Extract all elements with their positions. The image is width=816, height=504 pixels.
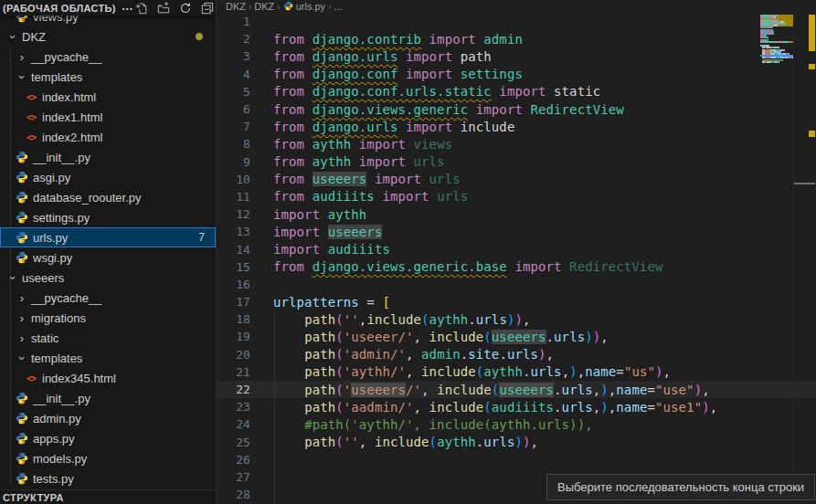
tree-item-index2-html[interactable]: <>index2.html (0, 127, 216, 147)
html-file-icon: <> (24, 132, 38, 142)
tree-item-templates[interactable]: ›templates (0, 67, 216, 87)
tree-item-wsgi-py[interactable]: wsgi.py (0, 247, 216, 268)
tree-item-migrations[interactable]: ›migrations (0, 308, 216, 328)
code-editor[interactable]: 12from django.contrib import admin3from … (217, 13, 816, 504)
code-token: path (304, 383, 335, 397)
refresh-icon[interactable] (177, 1, 194, 16)
tree-item-tests-py[interactable]: tests.py (0, 468, 216, 488)
code-line-15[interactable]: 15from django.views.generic.base import … (217, 258, 816, 276)
code-token: useeers (313, 172, 367, 186)
new-file-icon[interactable] (133, 1, 150, 16)
code-line-content: from django.conf.urls.static import stat… (259, 84, 600, 99)
code-token: import (366, 172, 429, 186)
tree-item--pycache-[interactable]: ›__pycache__ (0, 47, 216, 67)
code-line-12[interactable]: 12import aythh (217, 205, 816, 223)
outline-section-header[interactable]: СТРУКТУРА (0, 489, 216, 504)
code-token: from (273, 32, 313, 47)
code-token: import (273, 242, 328, 257)
code-token: ) (600, 400, 609, 415)
chevron-right-icon: › (15, 291, 29, 305)
code-line-2[interactable]: 2from django.contrib import admin (217, 30, 816, 47)
code-token: "us" (624, 364, 655, 379)
tree-item-label: urls.py (33, 231, 68, 245)
code-line-24[interactable]: 24 #path('aythh/', include(aythh.urls)), (217, 415, 816, 433)
chevron-right-icon: › (15, 311, 29, 325)
tree-item-models-py[interactable]: models.py (0, 448, 216, 468)
code-line-26[interactable]: 26 (217, 451, 816, 468)
code-token: admin (421, 347, 461, 362)
code-line-10[interactable]: 10from useeers import urls (217, 171, 816, 188)
code-token: ( (483, 400, 492, 415)
tree-item-useeers[interactable]: ›useeers (0, 268, 216, 288)
tree-item-index1-html[interactable]: <>index1.html (0, 107, 216, 127)
tree-item-settings-py[interactable]: settings.py (0, 207, 216, 227)
code-line-18[interactable]: 18 path('',include(aythh.urls)), (217, 310, 816, 328)
breadcrumb-item[interactable]: urls.py (283, 1, 325, 13)
code-token: , (578, 364, 586, 379)
code-line-9[interactable]: 9from aythh import urls (217, 153, 816, 171)
code-line-14[interactable]: 14import audiiits (217, 240, 816, 257)
breadcrumb-item[interactable]: DKZ (254, 1, 274, 12)
more-actions-icon[interactable]: … (122, 0, 133, 13)
tree-item-index-html[interactable]: <>index.html (0, 87, 216, 107)
tree-item-admin-py[interactable]: admin.py (0, 408, 216, 428)
scrollbar-overview-ruler[interactable] (794, 0, 816, 504)
tree-item-index345-html[interactable]: <>index345.html (0, 368, 216, 388)
code-token: path (304, 312, 335, 327)
code-token: ( (335, 312, 344, 327)
code-token: django.views.generic.base (313, 259, 507, 274)
code-token: urls (562, 383, 593, 397)
code-line-17[interactable]: 17urlpatterns = [ (217, 293, 816, 310)
line-number: 20 (217, 348, 259, 362)
breadcrumb-label: urls.py (296, 1, 325, 12)
code-line-7[interactable]: 7from django.urls import include (217, 118, 816, 135)
code-line-22[interactable]: 22 path('useeers/', include(useeers.urls… (217, 381, 816, 398)
code-token: views (414, 137, 453, 152)
code-token: urls (507, 347, 538, 362)
tree-item-label: templates (31, 352, 82, 365)
tree-item-dkz[interactable]: ›DKZ (0, 26, 216, 47)
tree-item-static[interactable]: ›static (0, 328, 216, 348)
code-line-13[interactable]: 13import useeers (217, 223, 816, 240)
code-token: ( (335, 330, 344, 344)
breadcrumb-item[interactable]: DKZ (226, 1, 246, 12)
tree-item-asgi-py[interactable]: asgi.py (0, 167, 216, 187)
code-line-11[interactable]: 11from audiiits import urls (217, 188, 816, 205)
breadcrumb-item[interactable]: ... (334, 1, 342, 12)
code-token: , (546, 347, 555, 362)
tree-item--init-py[interactable]: __init__.py (0, 388, 216, 408)
code-line-23[interactable]: 23 path('aadmin/', include(audiiits.urls… (217, 398, 816, 415)
minimap[interactable] (760, 13, 793, 122)
code-line-4[interactable]: 4from django.conf import settings (217, 66, 816, 83)
eol-tooltip-text: Выберите последовательность конца строки (557, 480, 804, 494)
tree-item-apps-py[interactable]: apps.py (0, 428, 216, 448)
new-folder-icon[interactable] (155, 1, 172, 16)
code-line-21[interactable]: 21 path('aythh/', include(aythh.urls,),n… (217, 363, 816, 381)
code-token: path (304, 400, 335, 415)
code-line-1[interactable]: 1 (217, 13, 816, 30)
tree-item-urls-py[interactable]: urls.py7 (0, 227, 216, 247)
breadcrumb-separator: › (277, 2, 280, 12)
tree-item-database-roouter-py[interactable]: database_roouter.py (0, 187, 216, 207)
code-line-20[interactable]: 20 path('admin/', admin.site.urls), (217, 346, 816, 363)
code-line-8[interactable]: 8from aythh import views (217, 135, 816, 152)
code-line-16[interactable]: 16 (217, 276, 816, 293)
code-line-content: from django.urls import include (259, 120, 514, 134)
code-line-25[interactable]: 25 path('', include(aythh.urls)), (217, 434, 816, 451)
tree-item-templates[interactable]: ›templates (0, 348, 216, 368)
code-line-3[interactable]: 3from django.urls import path (217, 47, 816, 65)
code-token: from (273, 189, 313, 204)
tree-item--init-py[interactable]: __init__.py (0, 147, 216, 167)
minimap-line (760, 61, 779, 63)
code-line-5[interactable]: 5from django.conf.urls.static import sta… (217, 83, 816, 100)
code-line-content: from django.urls import path (259, 49, 492, 64)
collapse-all-icon[interactable] (199, 1, 216, 16)
tree-item--pycache-[interactable]: ›__pycache__ (0, 288, 216, 308)
line-number: 16 (217, 278, 259, 291)
code-token: , (406, 347, 421, 362)
code-line-content: import audiiits (259, 242, 390, 257)
code-line-19[interactable]: 19 path('useeer/', include(useeers.urls)… (217, 328, 816, 345)
code-token: 'aadmin/' (344, 400, 414, 415)
code-line-6[interactable]: 6from django.views.generic import Redire… (217, 100, 816, 118)
code-token: include (375, 435, 429, 449)
